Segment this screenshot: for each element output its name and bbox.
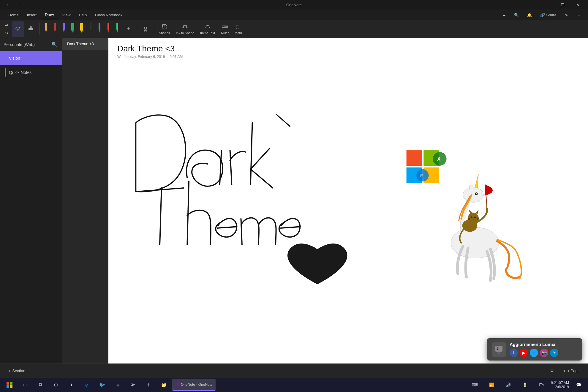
twitter-icon[interactable]: t — [530, 349, 538, 357]
microsoft-logo: X ⊞ — [407, 150, 447, 183]
undo-button[interactable]: ↩ — [2, 22, 11, 29]
youtube-icon[interactable]: ▶ — [520, 349, 528, 357]
svg-point-22 — [162, 24, 167, 29]
battery-icon[interactable]: 🔋 — [518, 378, 532, 392]
ruler-icon — [222, 23, 228, 31]
menu-insert[interactable]: Insert — [23, 11, 40, 19]
touch-writing-button[interactable] — [140, 21, 151, 37]
taskbar-time-value: 9:21:07 AM — [551, 381, 569, 385]
cortana-button[interactable]: ○ — [18, 378, 32, 392]
ruler-label: Ruler — [221, 31, 229, 35]
language-indicator[interactable]: ITA — [534, 378, 549, 392]
store-taskbar-button[interactable]: 🛍 — [126, 378, 140, 392]
telegram-icon[interactable]: ✈ — [550, 349, 558, 357]
svg-point-56 — [498, 353, 500, 354]
menu-view[interactable]: View — [59, 11, 74, 19]
pen-dark[interactable] — [86, 23, 95, 35]
search-button[interactable]: 🔍 — [511, 12, 522, 18]
ruler-button[interactable]: Ruler — [219, 21, 231, 37]
facebook-icon[interactable]: f — [510, 349, 518, 357]
edge-taskbar-button[interactable]: e — [80, 378, 94, 392]
forward-button[interactable]: → — [15, 0, 25, 10]
page-dark-theme[interactable]: Dark Theme <3 — [62, 38, 108, 50]
handwritten-svg: X ⊞ — [108, 62, 588, 358]
redo-button[interactable]: ↪ — [2, 29, 11, 37]
pen-tan[interactable] — [42, 23, 50, 35]
lasso-select-button[interactable] — [12, 21, 24, 37]
minimize-button[interactable]: — — [541, 0, 555, 10]
svg-point-44 — [476, 193, 477, 194]
main-layout: Personale (Web) 🔍 Vision Quick Notes Dar… — [0, 38, 588, 363]
menu-home[interactable]: Home — [5, 11, 22, 19]
section-vision[interactable]: Vision — [0, 51, 62, 65]
shapes-button[interactable]: Shapes — [157, 21, 172, 37]
onenote-taskbar-app[interactable]: N OneNote - OneNote — [172, 379, 216, 391]
back-button[interactable]: ← — [4, 0, 13, 10]
pen-red2[interactable] — [104, 23, 113, 35]
notification-center-button[interactable]: 💬 — [571, 378, 586, 392]
pen-red[interactable] — [51, 23, 59, 35]
highlighter-yellow[interactable] — [78, 23, 86, 35]
svg-rect-17 — [108, 23, 109, 30]
content-area[interactable]: Dark Theme <3 Wednesday, February 6, 201… — [108, 38, 588, 363]
menu-class-notebook[interactable]: Class Notebook — [91, 11, 126, 19]
section-color-quick-notes — [5, 68, 6, 77]
sync-button[interactable]: ☁ — [499, 12, 509, 18]
pen-green2[interactable] — [113, 23, 121, 35]
immersive-reader-button[interactable]: ✎ — [562, 12, 571, 18]
notification-content: Aggiornamenti Lumia f ▶ t 📷 ✈ — [510, 342, 558, 357]
instagram-icon[interactable]: 📷 — [540, 349, 548, 357]
drawing-canvas[interactable]: X ⊞ — [108, 62, 588, 358]
settings-button[interactable]: ⚙ — [547, 367, 557, 375]
svg-marker-10 — [71, 30, 74, 33]
teams-taskbar-button[interactable]: ◈ — [110, 378, 125, 392]
onenote-taskbar-label: OneNote - OneNote — [181, 382, 213, 387]
ink-to-shape-label: Ink to Shape — [176, 31, 194, 35]
task-view-button[interactable]: ⧉ — [33, 378, 48, 392]
maximize-button[interactable]: ❐ — [556, 0, 570, 10]
volume-icon[interactable]: 🔊 — [501, 378, 515, 392]
page-title[interactable]: Dark Theme <3 — [117, 44, 579, 53]
lasso-icon — [15, 25, 21, 33]
add-page-button[interactable]: + + Page — [560, 367, 583, 375]
taskbar-date-value: 2/6/2019 — [551, 385, 569, 389]
network-icon[interactable]: 📶 — [484, 378, 499, 392]
black-heart — [288, 244, 347, 284]
highlighter-green[interactable] — [69, 23, 77, 35]
svg-rect-5 — [54, 23, 56, 30]
keyboard-icon[interactable]: ⌨ — [468, 378, 482, 392]
telegram2-taskbar-button[interactable]: ✈ — [141, 378, 156, 392]
more-options-button[interactable]: ⋯ — [573, 12, 583, 18]
files-taskbar-button[interactable]: 📁 — [157, 378, 171, 392]
notifications-button[interactable]: 🔔 — [524, 12, 535, 18]
separator-1 — [39, 23, 39, 35]
ink-to-text-button[interactable]: Ink to Text — [198, 21, 217, 37]
ink-to-shape-button[interactable]: Ink to Shape — [173, 21, 197, 37]
menu-help[interactable]: Help — [75, 11, 91, 19]
title-bar: ← → OneNote — ❐ ✕ — [0, 0, 588, 10]
close-button[interactable]: ✕ — [571, 0, 584, 10]
eraser-icon — [28, 25, 34, 33]
add-pen-icon: + — [127, 26, 130, 32]
telegram-taskbar-button[interactable]: ✈ — [64, 378, 78, 392]
pages-panel: Dark Theme <3 — [62, 38, 108, 363]
menu-draw[interactable]: Draw — [41, 11, 57, 19]
menu-bar: Home Insert Draw View Help Class Noteboo… — [0, 10, 588, 20]
pen-purple[interactable] — [60, 23, 68, 35]
settings-taskbar-button[interactable]: ⚙ — [49, 378, 63, 392]
pen-blue[interactable] — [95, 23, 104, 35]
windows-logo — [7, 382, 12, 388]
start-button[interactable] — [2, 378, 17, 392]
undo-redo-group: ↩ ↪ — [2, 22, 11, 37]
taskbar-datetime[interactable]: 9:21:07 AM 2/6/2019 — [551, 381, 569, 389]
share-button[interactable]: 🔗 Share — [537, 12, 559, 18]
add-section-button[interactable]: + Section — [5, 367, 29, 375]
math-button[interactable]: ∑ Math — [232, 21, 244, 37]
twitter-taskbar-button[interactable]: 🐦 — [95, 378, 109, 392]
sidebar-search-button[interactable]: 🔍 — [50, 40, 59, 49]
svg-rect-9 — [71, 23, 74, 30]
eraser-button[interactable] — [25, 21, 37, 37]
section-quick-notes[interactable]: Quick Notes — [0, 65, 62, 80]
svg-rect-7 — [63, 23, 65, 30]
add-pen-button[interactable]: + — [123, 21, 135, 37]
